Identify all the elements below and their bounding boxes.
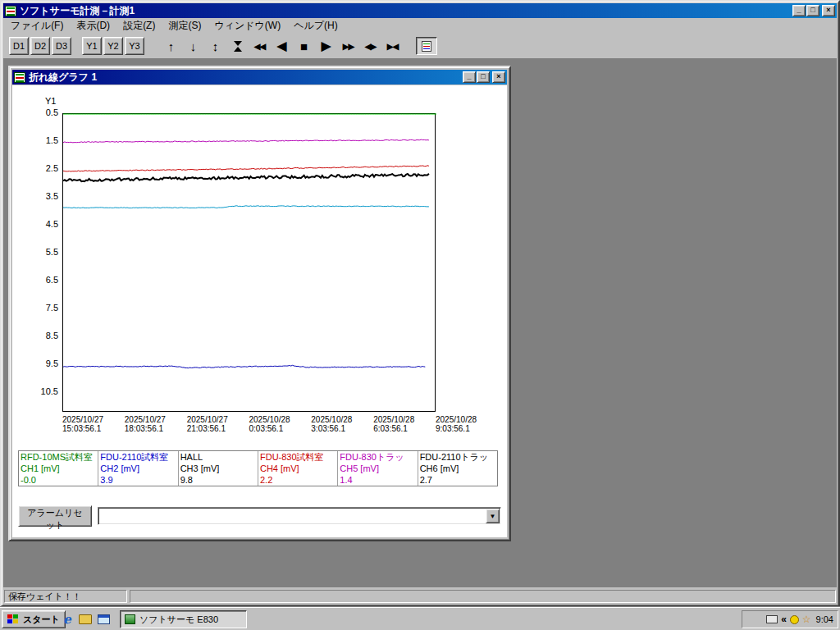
- legend-device-name: FDU-2110試料室: [100, 451, 176, 463]
- expand-horizontal-button[interactable]: ◀▶: [360, 37, 381, 55]
- show-desktop-icon[interactable]: [95, 611, 112, 628]
- line-graph-icon: [422, 41, 431, 52]
- taskbar: スタート e ソフトサーモ E830 « ☆ 9:04: [0, 607, 840, 630]
- close-button[interactable]: ×: [492, 71, 505, 83]
- scroll-up-button[interactable]: ↑: [161, 37, 181, 55]
- x-tick-date: 2025/10/28: [311, 415, 352, 424]
- menu-item-5[interactable]: ヘルプ(H): [287, 17, 345, 34]
- scroll-down-button[interactable]: ↓: [183, 37, 203, 55]
- main-window-title: ソフトサーモ計測－計測1: [20, 4, 789, 18]
- minimize-button[interactable]: _: [792, 5, 806, 16]
- tray-chevron-icon[interactable]: «: [781, 615, 787, 623]
- y-tick-label: 2.5: [24, 163, 58, 173]
- y-tick-label: 10.5: [24, 386, 58, 396]
- x-tick-time: 6:03:56.1: [373, 424, 414, 433]
- toolbar-button-d1[interactable]: D1: [9, 37, 29, 55]
- step-forward-button[interactable]: ▶: [316, 37, 336, 55]
- y-tick-label: 5.5: [24, 247, 58, 257]
- x-tick-time: 21:03:56.1: [187, 424, 228, 433]
- legend-channel-label: CH1 [mV]: [21, 463, 96, 474]
- graph-window: 折れ線グラフ 1 _□× Y1 0.51.52.53.54.55.56.57.5…: [8, 66, 511, 541]
- x-tick-time: 0:03:56.1: [249, 424, 290, 433]
- y-axis-name: Y1: [45, 96, 56, 106]
- step-back-button[interactable]: ◀: [272, 37, 292, 55]
- maximize-button[interactable]: □: [477, 71, 490, 83]
- menu-bar: ファイル(F)表示(D)設定(Z)測定(S)ウィンドウ(W)ヘルプ(H): [3, 18, 837, 34]
- y-axis-labels: 0.51.52.53.54.55.56.57.58.59.510.5: [12, 113, 60, 412]
- menu-item-3[interactable]: 測定(S): [162, 17, 208, 34]
- x-tick-date: 2025/10/28: [436, 415, 477, 424]
- start-button-label: スタート: [23, 614, 60, 626]
- minimize-button[interactable]: _: [463, 71, 476, 83]
- y-tick-label: 1.5: [24, 135, 58, 145]
- series-line-ch5: [63, 139, 429, 143]
- series-line-ch6: [63, 174, 429, 181]
- keyboard-tray-icon[interactable]: [766, 615, 778, 623]
- status-panel-left: 保存ウェイト！！: [4, 590, 127, 603]
- alert-tray-icon[interactable]: [790, 615, 799, 624]
- alarm-combobox[interactable]: ▼: [98, 507, 501, 525]
- legend-cell-ch6: FDU-2110トラッCH6 [mV]2.7: [418, 451, 497, 486]
- fast-forward-button[interactable]: ▶▶: [338, 37, 358, 55]
- toolbar-button-d3[interactable]: D3: [52, 37, 71, 55]
- legend-channel-value: 2.7: [420, 474, 495, 486]
- scroll-up-down-button[interactable]: ↕: [205, 37, 226, 55]
- x-tick-date: 2025/10/27: [62, 415, 103, 424]
- alarm-reset-button[interactable]: アラームリセット: [18, 505, 92, 527]
- x-tick-time: 3:03:56.1: [311, 424, 352, 433]
- combo-dropdown-button[interactable]: ▼: [486, 509, 500, 523]
- hourglass-top-shape: [234, 41, 242, 46]
- x-tick-time: 15:03:56.1: [62, 424, 103, 433]
- graph-window-titlebar[interactable]: 折れ線グラフ 1 _□×: [12, 70, 507, 84]
- x-tick-label: 2025/10/2718:03:56.1: [125, 415, 166, 433]
- legend-channel-value: 2.2: [260, 474, 336, 486]
- legend-channel-value: 9.8: [180, 474, 256, 486]
- folder-icon[interactable]: [77, 611, 94, 628]
- menu-item-1[interactable]: 表示(D): [70, 17, 116, 34]
- internet-explorer-icon[interactable]: e: [59, 611, 75, 628]
- graph-window-icon: [14, 72, 25, 83]
- legend-device-name: HALL: [180, 451, 256, 463]
- toolbar-button-y3[interactable]: Y3: [125, 37, 144, 55]
- status-text: 保存ウェイト！！: [8, 591, 81, 601]
- graph-caption-buttons: _□×: [463, 71, 505, 83]
- taskbar-task-button[interactable]: ソフトサーモ E830: [120, 610, 247, 628]
- status-bar: 保存ウェイト！！: [3, 589, 837, 604]
- star-tray-icon[interactable]: ☆: [802, 614, 811, 624]
- menu-item-2[interactable]: 設定(Z): [116, 17, 162, 34]
- y-tick-label: 3.5: [24, 191, 58, 201]
- x-tick-date: 2025/10/28: [249, 415, 290, 424]
- taskbar-clock[interactable]: 9:04: [816, 614, 833, 624]
- y-tick-label: 7.5: [24, 303, 58, 313]
- toolbar-button-y1[interactable]: Y1: [82, 37, 102, 55]
- menu-item-0[interactable]: ファイル(F): [4, 17, 70, 34]
- toolbar-button-y2[interactable]: Y2: [103, 37, 123, 55]
- stop-button[interactable]: ■: [294, 37, 314, 55]
- x-tick-label: 2025/10/289:03:56.1: [436, 415, 477, 433]
- chevron-down-icon: ▼: [490, 513, 496, 520]
- line-graph-view-button[interactable]: [416, 37, 437, 55]
- graph-window-title: 折れ線グラフ 1: [29, 71, 459, 84]
- maximize-button[interactable]: □: [806, 5, 819, 16]
- series-line-ch3: [63, 365, 425, 368]
- main-caption-buttons: _□×: [792, 5, 835, 16]
- start-button[interactable]: スタート: [2, 610, 66, 628]
- menu-item-4[interactable]: ウィンドウ(W): [208, 17, 287, 34]
- toolbar-button-d2[interactable]: D2: [30, 37, 50, 55]
- toolbar-nav-group: ↑↓↕◀◀◀■▶▶▶◀▶▶◀: [161, 37, 403, 55]
- chart-lines: [63, 114, 436, 413]
- rewind-button[interactable]: ◀◀: [249, 37, 270, 55]
- hourglass-button[interactable]: [227, 37, 248, 55]
- close-button[interactable]: ×: [822, 5, 835, 16]
- task-button-label: ソフトサーモ E830: [139, 614, 218, 626]
- y-tick-label: 8.5: [24, 331, 58, 340]
- x-tick-date: 2025/10/27: [187, 415, 228, 424]
- task-app-icon: [125, 614, 135, 624]
- channel-legend: RFD-10MS試料室CH1 [mV]-0.0FDU-2110試料室CH2 [m…: [18, 450, 498, 486]
- shrink-horizontal-button[interactable]: ▶◀: [382, 37, 403, 55]
- plot-area[interactable]: [62, 113, 436, 412]
- legend-channel-label: CH6 [mV]: [420, 463, 495, 474]
- app-icon: [5, 6, 16, 16]
- toolbar: D1D2D3 Y1Y2Y3 ↑↓↕◀◀◀■▶▶▶◀▶▶◀: [3, 34, 837, 58]
- x-tick-date: 2025/10/28: [373, 415, 414, 424]
